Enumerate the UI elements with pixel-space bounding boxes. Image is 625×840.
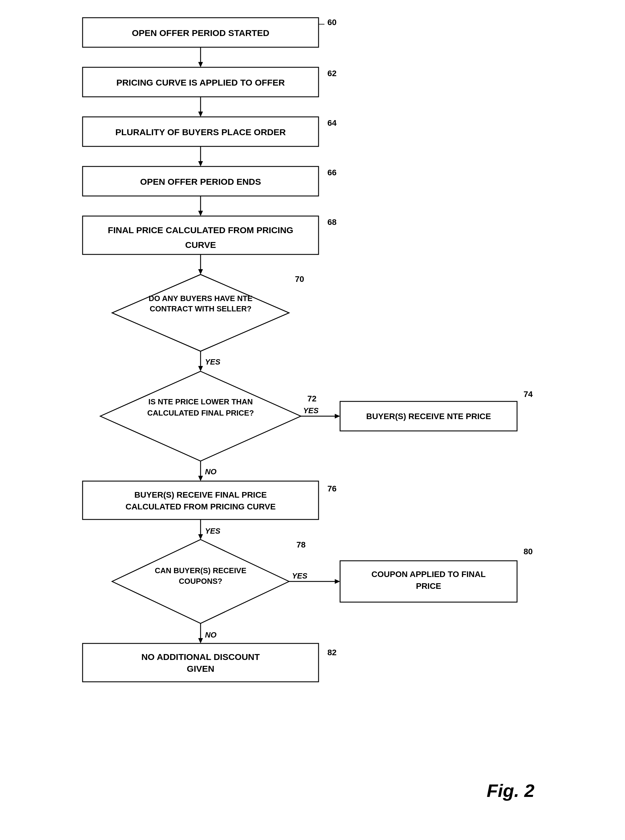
- ref-76: 76: [327, 484, 337, 493]
- ref-78: 78: [297, 540, 306, 549]
- label-76-line1: BUYER(S) RECEIVE FINAL PRICE: [134, 490, 267, 499]
- label-68-line2: CURVE: [185, 240, 216, 250]
- no-label-78: NO: [205, 630, 216, 639]
- figure-label: Fig. 2: [487, 781, 535, 801]
- box-76: [82, 481, 319, 519]
- label-62: PRICING CURVE IS APPLIED TO OFFER: [116, 78, 285, 87]
- box-82: [82, 644, 319, 682]
- ref-60: 60: [327, 18, 337, 27]
- label-78-line2: COUPONS?: [179, 577, 222, 586]
- ref-62: 62: [327, 69, 337, 78]
- label-64: PLURALITY OF BUYERS PLACE ORDER: [115, 127, 286, 137]
- ref-70: 70: [295, 274, 304, 284]
- yes-label-72: YES: [303, 406, 319, 415]
- label-74: BUYER(S) RECEIVE NTE PRICE: [366, 412, 491, 421]
- label-76-line2: CALCULATED FROM PRICING CURVE: [125, 502, 275, 511]
- ref-72: 72: [307, 394, 317, 403]
- yes-label-76: YES: [205, 527, 221, 535]
- label-60: OPEN OFFER PERIOD STARTED: [132, 28, 269, 38]
- ref-66: 66: [327, 168, 337, 177]
- label-80-line2: PRICE: [416, 581, 441, 591]
- label-66: OPEN OFFER PERIOD ENDS: [140, 177, 261, 187]
- label-80-line1: COUPON APPLIED TO FINAL: [372, 570, 485, 579]
- yes-label-70: YES: [205, 357, 221, 366]
- label-82-line1: NO ADDITIONAL DISCOUNT: [141, 652, 260, 662]
- ref-64: 64: [327, 118, 337, 128]
- label-82-line2: GIVEN: [187, 664, 214, 673]
- label-72-line1: IS NTE PRICE LOWER THAN: [148, 397, 253, 406]
- yes-label-78: YES: [292, 571, 308, 580]
- no-label-72: NO: [205, 467, 216, 476]
- label-78-line1: CAN BUYER(S) RECEIVE: [155, 566, 247, 575]
- ref-68: 68: [327, 218, 337, 227]
- ref-82: 82: [327, 648, 337, 657]
- label-70-line2: CONTRACT WITH SELLER?: [149, 304, 251, 313]
- label-72-line2: CALCULATED FINAL PRICE?: [147, 408, 254, 417]
- ref-80: 80: [524, 547, 533, 556]
- label-68-line1: FINAL PRICE CALCULATED FROM PRICING: [108, 225, 294, 235]
- label-70-line1: DO ANY BUYERS HAVE NTE: [149, 294, 252, 303]
- ref-74: 74: [524, 390, 533, 399]
